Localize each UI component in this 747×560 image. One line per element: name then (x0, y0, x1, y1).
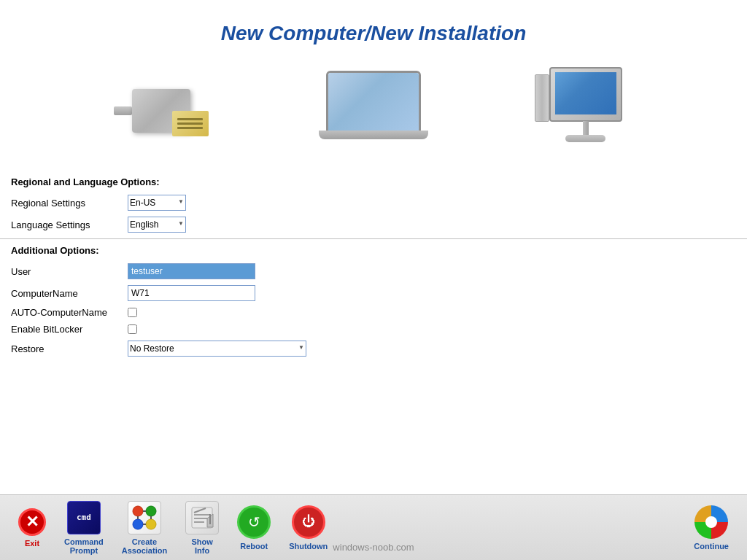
show-info-button[interactable]: ShowInfo (178, 497, 226, 559)
shutdown-button[interactable]: ⏻ Shutdown (282, 502, 335, 554)
svg-rect-12 (194, 521, 204, 523)
create-association-label: CreateAssociation (122, 537, 167, 555)
exit-icon: ✕ (18, 508, 46, 536)
auto-computername-label: AUTO-ComputerName (11, 307, 128, 318)
restore-select-wrapper: No Restore Restore from Backup (128, 341, 306, 357)
page-title: New Computer/New Installation (0, 0, 747, 60)
restore-select[interactable]: No Restore Restore from Backup (128, 341, 306, 357)
language-settings-label: Language Settings (11, 219, 128, 230)
reboot-icon: ↺ (237, 505, 271, 539)
regional-select-wrapper: En-US En-GB De-DE Fr-FR (128, 195, 186, 211)
continue-label: Continue (694, 542, 729, 551)
auto-computername-checkbox[interactable] (128, 308, 137, 317)
regional-settings-row: Regional Settings En-US En-GB De-DE Fr-F… (11, 195, 736, 211)
svg-rect-10 (194, 514, 210, 516)
bitlocker-label: Enable BitLocker (11, 324, 128, 335)
svg-point-3 (146, 519, 156, 529)
show-info-icon (185, 501, 219, 534)
user-input[interactable] (128, 263, 255, 279)
reboot-button[interactable]: ↺ Reboot (230, 502, 278, 554)
continue-icon (694, 505, 728, 539)
shutdown-icon: ⏻ (292, 505, 325, 539)
laptop-icon (315, 71, 432, 151)
language-settings-row: Language Settings English German French … (11, 217, 736, 233)
regional-section-title: Regional and Language Options: (11, 176, 736, 187)
restore-label: Restore (11, 343, 128, 354)
command-prompt-icon: cmd (67, 501, 101, 534)
reboot-label: Reboot (240, 542, 268, 551)
toolbar-right: Continue (686, 502, 736, 554)
section-divider (0, 238, 747, 239)
shutdown-label: Shutdown (289, 542, 328, 551)
toolbar-left: ✕ Exit cmd CommandPrompt (11, 497, 686, 559)
continue-button[interactable]: Continue (686, 502, 736, 554)
command-prompt-button[interactable]: cmd CommandPrompt (57, 497, 111, 559)
command-prompt-label: CommandPrompt (64, 537, 104, 555)
computername-input[interactable] (128, 285, 255, 301)
show-info-label: ShowInfo (191, 537, 212, 555)
computername-row: ComputerName (11, 285, 736, 301)
regional-settings-select[interactable]: En-US En-GB De-DE Fr-FR (128, 195, 186, 211)
icons-row (0, 60, 747, 176)
additional-section-title: Additional Options: (11, 245, 736, 256)
bitlocker-checkbox[interactable] (128, 324, 137, 334)
exit-button[interactable]: ✕ Exit (11, 505, 53, 551)
computername-label: ComputerName (11, 288, 128, 299)
bottom-toolbar: ✕ Exit cmd CommandPrompt (0, 494, 747, 560)
restore-row: Restore No Restore Restore from Backup (11, 341, 736, 357)
create-association-button[interactable]: CreateAssociation (115, 497, 174, 559)
regional-section: Regional and Language Options: Regional … (0, 176, 747, 233)
desktop-icon (535, 67, 637, 155)
language-settings-select[interactable]: English German French Spanish (128, 217, 186, 233)
svg-point-2 (133, 519, 143, 529)
auto-computername-row: AUTO-ComputerName (11, 307, 736, 318)
create-association-icon (128, 501, 161, 534)
user-row: User (11, 263, 736, 279)
language-select-wrapper: English German French Spanish (128, 217, 186, 233)
additional-section: Additional Options: User ComputerName AU… (0, 245, 747, 357)
svg-point-1 (146, 506, 156, 516)
user-label: User (11, 266, 128, 277)
regional-settings-label: Regional Settings (11, 198, 128, 209)
svg-point-0 (133, 506, 143, 516)
exit-label: Exit (25, 539, 39, 548)
usb-drive-icon (110, 74, 212, 147)
bitlocker-row: Enable BitLocker (11, 324, 736, 335)
